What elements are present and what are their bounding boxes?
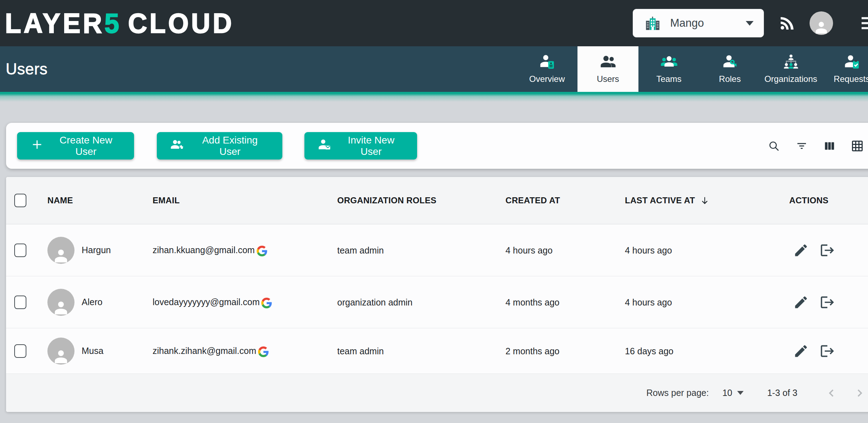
add-existing-user-button[interactable]: Add Existing User <box>157 132 282 160</box>
person-key-icon <box>721 53 739 70</box>
button-label: Add Existing User <box>190 135 269 157</box>
tab-teams[interactable]: Teams <box>638 46 699 92</box>
chevron-down-icon <box>737 391 744 395</box>
people-icon <box>600 53 617 70</box>
edit-icon[interactable] <box>793 242 809 258</box>
users-table: NAME EMAIL ORGANIZATION ROLES CREATED AT… <box>6 177 868 412</box>
user-name: Alero <box>82 297 102 307</box>
edit-icon[interactable] <box>793 294 809 310</box>
user-avatar-button[interactable] <box>810 11 833 35</box>
page-title: Users <box>6 60 47 78</box>
top-bar: LAYER5CLOUD <box>0 0 868 46</box>
edit-icon[interactable] <box>793 343 809 359</box>
person-clipboard-icon <box>843 53 861 70</box>
tab-overview[interactable]: Overview <box>517 46 577 92</box>
tab-label: Teams <box>656 74 682 84</box>
sort-desc-arrow-icon <box>699 195 710 206</box>
user-avatar <box>47 237 75 264</box>
user-created-at: 4 months ago <box>505 297 560 307</box>
tab-requests[interactable]: Requests <box>821 46 868 92</box>
table-header-row: NAME EMAIL ORGANIZATION ROLES CREATED AT… <box>6 177 868 224</box>
column-header-actions: ACTIONS <box>789 195 828 205</box>
tab-label: Overview <box>529 74 565 84</box>
view-columns-icon[interactable] <box>823 140 836 152</box>
column-header-name[interactable]: NAME <box>47 195 73 205</box>
column-header-last-active-at[interactable]: LAST ACTIVE AT <box>625 195 710 206</box>
logo-cloud: CLOUD <box>128 8 234 38</box>
user-email: lovedayyyyyyy@gmail.com <box>153 297 260 307</box>
table-pagination-footer: Rows per page: 10 1-3 of 3 <box>6 374 868 412</box>
row-checkbox[interactable] <box>14 244 26 257</box>
logout-icon[interactable] <box>820 242 835 258</box>
tab-organizations[interactable]: Organizations <box>760 46 821 92</box>
column-header-email[interactable]: EMAIL <box>153 195 180 205</box>
tab-label: Requests <box>834 74 868 84</box>
select-all-checkbox[interactable] <box>14 194 26 207</box>
user-org-roles: organization admin <box>337 297 412 307</box>
section-nav-bar: Users Overview <box>0 46 868 92</box>
column-header-org-roles[interactable]: ORGANIZATION ROLES <box>337 195 436 205</box>
logo-layer: LAYER <box>5 8 104 38</box>
user-email: zihan.kkuang@gmail.com <box>153 245 255 255</box>
group-add-icon <box>170 137 184 154</box>
user-created-at: 2 months ago <box>505 346 560 356</box>
org-tree-icon <box>782 53 800 70</box>
chevron-down-icon <box>746 21 754 26</box>
rows-per-page-value: 10 <box>722 388 732 398</box>
table-row: Alero lovedayyyyyyy@gmail.com organizati… <box>6 276 868 328</box>
building-icon <box>644 15 661 31</box>
app-screen: LAYER5CLOUD <box>0 0 868 423</box>
row-checkbox[interactable] <box>14 296 26 309</box>
google-provider-icon <box>257 246 267 256</box>
rows-per-page-label: Rows per page: <box>646 388 709 398</box>
previous-page-button[interactable] <box>825 387 838 400</box>
logout-icon[interactable] <box>820 343 835 359</box>
tab-roles[interactable]: Roles <box>699 46 760 92</box>
user-last-active-at: 4 hours ago <box>625 245 672 255</box>
button-label: Invite New User <box>338 135 404 157</box>
pagination-range: 1-3 of 3 <box>767 388 797 398</box>
groups-icon <box>661 53 678 70</box>
tab-label: Roles <box>719 74 741 84</box>
user-name: Hargun <box>82 245 111 255</box>
column-header-created-at[interactable]: CREATED AT <box>505 195 560 205</box>
button-label: Create New User <box>51 135 121 157</box>
tab-users[interactable]: Users <box>577 46 638 94</box>
grid-view-icon[interactable] <box>851 140 864 152</box>
org-selector-value: Mango <box>670 17 704 30</box>
user-name: Musa <box>82 346 103 356</box>
user-email: zihank.zihank@gmail.com <box>153 346 256 356</box>
table-row: Musa zihank.zihank@gmail.com team admin … <box>6 328 868 374</box>
next-page-button[interactable] <box>853 387 866 400</box>
user-avatar <box>47 289 75 316</box>
logo-five: 5 <box>104 8 122 38</box>
tab-label: Users <box>597 74 619 84</box>
plus-icon <box>30 137 44 154</box>
google-provider-icon <box>258 346 269 357</box>
layer5-cloud-logo: LAYER5CLOUD <box>5 7 234 39</box>
logout-icon[interactable] <box>820 294 835 310</box>
user-last-active-at: 4 hours ago <box>625 297 672 307</box>
rows-per-page-select[interactable]: 10 <box>722 388 744 398</box>
filter-icon[interactable] <box>795 140 808 152</box>
user-created-at: 4 hours ago <box>505 245 553 255</box>
invite-new-user-button[interactable]: Invite New User <box>304 132 417 160</box>
menu-icon[interactable] <box>862 17 868 29</box>
tabs: Overview Users <box>517 46 868 94</box>
organization-selector[interactable]: Mango <box>633 9 764 37</box>
user-org-roles: team admin <box>337 245 384 255</box>
google-provider-icon <box>261 298 272 308</box>
users-toolbar-card: Create New User Add Existing User <box>6 123 868 169</box>
person-badge-icon <box>539 53 556 70</box>
rss-icon[interactable] <box>777 14 797 33</box>
search-icon[interactable] <box>767 140 780 152</box>
user-avatar <box>47 338 75 365</box>
tab-label: Organizations <box>764 74 817 84</box>
row-checkbox[interactable] <box>14 344 26 358</box>
table-row: Hargun zihan.kkuang@gmail.com team admin… <box>6 224 868 276</box>
navbar-glow-divider <box>0 92 868 103</box>
create-new-user-button[interactable]: Create New User <box>17 132 134 160</box>
user-org-roles: team admin <box>337 346 384 356</box>
topbar-right: Mango <box>633 0 868 46</box>
person-mail-icon <box>317 137 332 154</box>
